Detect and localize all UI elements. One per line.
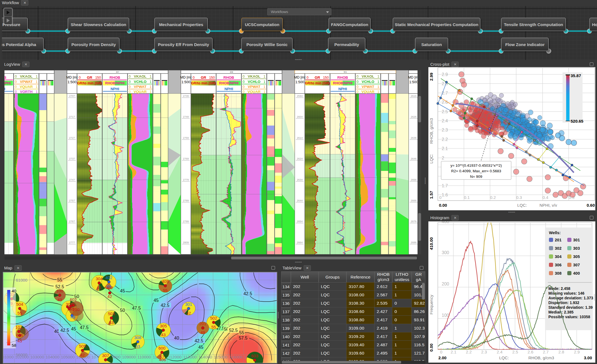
svg-text:2604: 2604 xyxy=(297,115,303,118)
svg-text:2654: 2654 xyxy=(297,220,303,223)
svg-text:0: 0 xyxy=(357,75,359,79)
svg-text:2634: 2634 xyxy=(297,178,303,181)
svg-text:N= 909: N= 909 xyxy=(470,175,482,179)
svg-text:NPHI: NPHI xyxy=(224,87,233,91)
svg-text:52.5: 52.5 xyxy=(229,328,238,333)
svg-text:RHOB: RHOB xyxy=(109,75,120,80)
svg-text:3.00: 3.00 xyxy=(584,355,592,360)
svg-text:100: 100 xyxy=(442,313,449,318)
svg-text:2.8: 2.8 xyxy=(558,350,564,354)
svg-text:2717: 2717 xyxy=(69,115,75,118)
svg-text:57.5: 57.5 xyxy=(239,336,247,340)
svg-text:55: 55 xyxy=(163,288,168,293)
svg-text:Average deviation: 1.373: Average deviation: 1.373 xyxy=(548,296,593,300)
svg-text:55: 55 xyxy=(18,311,22,315)
svg-text:y= 10**(0.41937-0.45031*x**2): y= 10**(0.41937-0.45031*x**2) xyxy=(450,163,502,168)
svg-text:2.00: 2.00 xyxy=(438,355,446,360)
svg-text:R2= 0.4099, Max_err= 0.5683: R2= 0.4099, Max_err= 0.5683 xyxy=(451,169,501,173)
svg-text:55: 55 xyxy=(239,330,244,335)
svg-text:0: 0 xyxy=(307,76,309,80)
svg-text:304: 304 xyxy=(96,276,103,281)
svg-text:407: 407 xyxy=(106,285,113,290)
svg-text:55: 55 xyxy=(211,325,216,329)
svg-text:502: 502 xyxy=(210,316,217,320)
svg-text:504: 504 xyxy=(16,302,23,307)
svg-text:VQUAR: VQUAR xyxy=(248,90,261,94)
svg-text:RHOB: RHOB xyxy=(4,75,6,80)
svg-text:1: 1 xyxy=(36,75,38,79)
svg-text:GR/to min (GR): GR/to min (GR) xyxy=(77,81,102,85)
svg-text:2759: 2759 xyxy=(183,136,189,139)
svg-text:VQUAR: VQUAR xyxy=(134,90,147,94)
svg-text:105000: 105000 xyxy=(61,355,75,359)
svg-text:2809: 2809 xyxy=(183,241,189,244)
svg-text:0: 0 xyxy=(79,76,81,80)
svg-text:VPWAT: VPWAT xyxy=(362,85,374,89)
svg-text:1: 1 xyxy=(150,85,152,89)
svg-text:150: 150 xyxy=(95,76,101,80)
svg-text:0.2: 0.2 xyxy=(490,195,496,200)
svg-text:2666: 2666 xyxy=(411,199,416,202)
svg-text:305: 305 xyxy=(573,254,580,259)
svg-text:MD [m]: MD [m] xyxy=(294,75,305,79)
svg-text:306: 306 xyxy=(555,263,561,267)
svg-text:2789: 2789 xyxy=(183,199,189,202)
svg-text:RHOB, g/cm3: RHOB, g/cm3 xyxy=(429,118,434,144)
svg-text:501: 501 xyxy=(344,71,347,73)
svg-text:VQUAR: VQUAR xyxy=(361,90,375,94)
svg-text:0: 0 xyxy=(15,90,17,94)
svg-text:1: 1 xyxy=(36,90,38,94)
svg-text:2779: 2779 xyxy=(183,178,189,181)
svg-text:Wells:: Wells: xyxy=(549,231,561,235)
svg-text:2.2: 2.2 xyxy=(466,350,472,354)
svg-text:61000: 61000 xyxy=(16,278,28,282)
svg-text:0.60: 0.60 xyxy=(587,203,595,208)
svg-text:RHOB/NPHI: RHOB/NPHI xyxy=(333,81,352,85)
svg-text:VKAOL: VKAOL xyxy=(20,74,33,79)
svg-text:1.6: 1.6 xyxy=(442,193,448,197)
svg-text:2757: 2757 xyxy=(69,199,75,202)
svg-text:1: 1 xyxy=(264,80,266,84)
svg-text:2769: 2769 xyxy=(183,157,189,160)
svg-text:200: 200 xyxy=(442,282,449,286)
svg-text:NPHI, v/v: NPHI, v/v xyxy=(539,203,557,208)
svg-text:53: 53 xyxy=(109,320,114,325)
svg-text:1: 1 xyxy=(150,80,152,84)
svg-text:MD [m]: MD [m] xyxy=(180,75,191,79)
svg-text:0.00: 0.00 xyxy=(429,343,434,352)
svg-text:GR: GR xyxy=(87,75,93,80)
svg-text:2646: 2646 xyxy=(411,157,416,160)
svg-text:1: 1 xyxy=(150,90,152,94)
svg-text:0.3: 0.3 xyxy=(516,195,522,200)
svg-text:RHOB/NPHI: RHOB/NPHI xyxy=(105,81,124,85)
svg-text:1: 1 xyxy=(264,85,266,89)
svg-text:402: 402 xyxy=(105,275,112,280)
svg-text:305: 305 xyxy=(160,323,167,328)
svg-text:Standard deviation: 1.39: Standard deviation: 1.39 xyxy=(548,305,593,310)
svg-text:47.5: 47.5 xyxy=(80,325,88,330)
svg-text:0: 0 xyxy=(15,75,17,79)
svg-text:302: 302 xyxy=(555,246,561,251)
svg-text:2636: 2636 xyxy=(411,136,416,139)
svg-text:0: 0 xyxy=(15,85,17,89)
svg-text:42.5: 42.5 xyxy=(161,303,169,308)
svg-text:35.87: 35.87 xyxy=(571,73,581,78)
svg-text:58: 58 xyxy=(12,343,16,348)
svg-text:2707: 2707 xyxy=(69,94,75,97)
svg-text:1.57: 1.57 xyxy=(429,191,434,199)
svg-text:2747: 2747 xyxy=(69,178,75,181)
svg-text:VCHLO: VCHLO xyxy=(248,80,261,84)
svg-text:LQC:: LQC: xyxy=(499,355,509,360)
svg-text:2676: 2676 xyxy=(411,220,416,223)
svg-text:42.5: 42.5 xyxy=(194,338,203,343)
svg-text:2614: 2614 xyxy=(297,136,303,139)
svg-text:42.5: 42.5 xyxy=(243,291,252,296)
svg-text:42: 42 xyxy=(108,294,112,299)
svg-text:308: 308 xyxy=(555,271,561,275)
svg-text:45: 45 xyxy=(71,327,76,331)
svg-text:2727: 2727 xyxy=(69,136,75,139)
svg-text:2.3: 2.3 xyxy=(481,350,487,354)
svg-text:114000: 114000 xyxy=(199,355,212,359)
svg-text:0.1: 0.1 xyxy=(464,195,470,200)
svg-text:0: 0 xyxy=(439,195,441,200)
